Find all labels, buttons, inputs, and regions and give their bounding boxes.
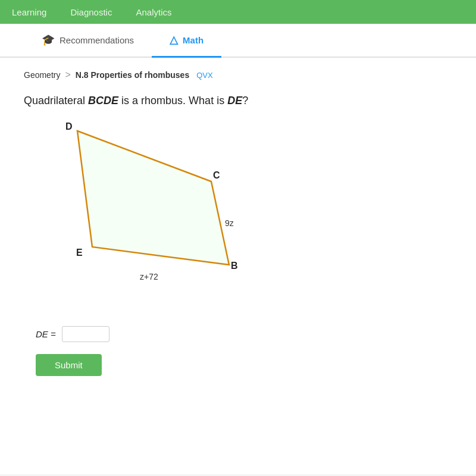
- answer-input[interactable]: [62, 326, 109, 342]
- rhombus-shape: [77, 131, 229, 265]
- breadcrumb-code: QVX: [196, 71, 212, 80]
- breadcrumb: Geometry > N.8 Properties of rhombuses Q…: [24, 70, 452, 80]
- top-navigation: Learning Diagnostic Analytics: [0, 0, 476, 24]
- nav-analytics[interactable]: Analytics: [136, 7, 171, 17]
- breadcrumb-separator: >: [65, 70, 70, 80]
- answer-label: DE =: [36, 329, 56, 339]
- vertex-B-label: B: [231, 261, 238, 271]
- tab-math[interactable]: △ Math: [152, 24, 221, 58]
- nav-learning[interactable]: Learning: [12, 7, 46, 17]
- vertex-C-label: C: [213, 170, 220, 180]
- submit-button[interactable]: Submit: [36, 354, 102, 376]
- tab-recommendations[interactable]: 🎓 Recommendations: [24, 24, 152, 58]
- math-icon: △: [170, 33, 178, 46]
- side-label-z72: z+72: [140, 272, 158, 281]
- tab-bar: 🎓 Recommendations △ Math: [0, 24, 476, 58]
- breadcrumb-current[interactable]: N.8 Properties of rhombuses: [76, 70, 189, 80]
- question-text: Quadrilateral BCDE is a rhombus. What is…: [24, 95, 452, 107]
- vertex-D-label: D: [65, 121, 73, 131]
- rhombus-diagram: D C B E 9z z+72: [36, 119, 262, 309]
- answer-row: DE =: [36, 326, 452, 342]
- main-content: Geometry > N.8 Properties of rhombuses Q…: [0, 58, 476, 474]
- recommendations-icon: 🎓: [42, 33, 55, 46]
- side-label-9z: 9z: [225, 218, 234, 228]
- breadcrumb-parent[interactable]: Geometry: [24, 70, 60, 80]
- nav-diagnostic[interactable]: Diagnostic: [70, 7, 112, 17]
- diagram-container: D C B E 9z z+72: [36, 119, 452, 312]
- vertex-E-label: E: [76, 248, 83, 258]
